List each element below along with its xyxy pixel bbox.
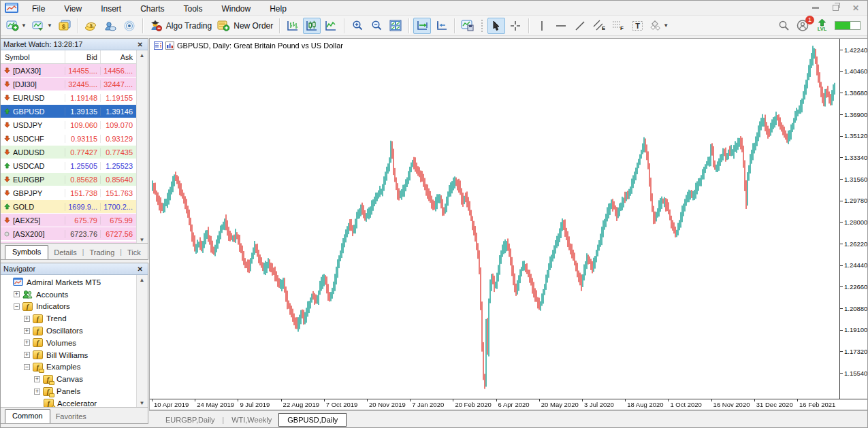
text-button[interactable]: T <box>628 18 646 34</box>
tree-item-examples[interactable]: −fExamples <box>1 361 136 374</box>
vertical-line-button[interactable] <box>533 18 551 34</box>
close-button[interactable]: ✕ <box>852 5 859 12</box>
line-chart-button[interactable] <box>322 18 340 34</box>
collapse-icon[interactable]: − <box>14 303 20 310</box>
column-ask[interactable]: Ask <box>100 50 135 63</box>
menu-item-help[interactable]: Help <box>260 3 296 15</box>
table-row-GOLD[interactable]: GOLD1699.9...1700.2... <box>1 200 136 214</box>
price-axis[interactable]: 1.422401.404601.386801.369001.351201.333… <box>839 39 868 399</box>
candlestick-button[interactable] <box>303 18 321 34</box>
tree-item-volumes[interactable]: +fVolumes <box>1 337 136 349</box>
tab-common[interactable]: Common <box>5 409 50 423</box>
table-row-EURGBP[interactable]: EURGBP0.856280.85640 <box>1 173 136 186</box>
tab-favorites[interactable]: Favorites <box>50 410 92 423</box>
table-row-USDJPY[interactable]: USDJPY109.060109.070 <box>1 118 136 132</box>
chart-tab-gbpusd-daily[interactable]: GBPUSD,Daily <box>278 413 347 427</box>
expand-icon[interactable]: + <box>24 328 30 334</box>
chart-shift-button[interactable] <box>432 18 450 34</box>
date-tick <box>496 399 497 401</box>
up-arrow-icon <box>1 203 13 210</box>
table-row-USDCHF[interactable]: USDCHF0.931150.93129 <box>1 132 136 146</box>
tree-item-indicators[interactable]: −fIndicators <box>1 301 136 313</box>
chart-tab-eurgbp-daily[interactable]: EURGBP,Daily <box>159 413 222 427</box>
menu-item-window[interactable]: Window <box>212 3 261 15</box>
zoom-in-button[interactable] <box>349 18 366 34</box>
fibonacci-button[interactable]: F <box>609 18 627 34</box>
tree-item-bill-williams[interactable]: +fBill Williams <box>1 349 136 361</box>
column-symbol[interactable]: Symbol <box>1 53 65 61</box>
algo-trading-button[interactable]: Algo Trading <box>147 18 214 34</box>
table-row-GBPUSD[interactable]: GBPUSD1.391351.39146 <box>1 105 136 118</box>
lvl-indicator[interactable]: LVL <box>816 19 828 32</box>
table-row-DAX30[interactable]: [DAX30]14455....14456.... <box>1 64 136 78</box>
community-button[interactable] <box>101 18 119 34</box>
tree-item-panels[interactable]: +fPanels <box>1 385 136 397</box>
collapse-icon[interactable]: − <box>24 364 30 370</box>
search-icon[interactable] <box>778 20 790 31</box>
tree-item-oscillators[interactable]: +fOscillators <box>1 325 136 337</box>
equidistant-channel-button[interactable]: E <box>590 18 608 34</box>
tree-item-admiral-markets-mt5[interactable]: Admiral Markets MT5 <box>1 276 136 289</box>
auto-scroll-button[interactable] <box>413 18 431 34</box>
close-icon[interactable]: ✕ <box>135 41 145 48</box>
zoom-out-button[interactable] <box>368 18 385 34</box>
expand-icon[interactable]: + <box>14 291 20 297</box>
profiles-button[interactable]: ▼ <box>30 18 54 34</box>
trendline-button[interactable] <box>571 18 589 34</box>
expand-icon[interactable]: + <box>24 352 30 358</box>
market-watch-column-headers[interactable]: Symbol Bid Ask <box>1 50 136 64</box>
tab-details[interactable]: Details <box>48 246 82 259</box>
expand-icon[interactable]: + <box>24 340 30 346</box>
scroll-up-icon[interactable]: ▲ <box>137 275 147 285</box>
deposit-button[interactable]: $ <box>82 18 100 34</box>
column-bid[interactable]: Bid <box>65 50 100 63</box>
menu-item-tools[interactable]: Tools <box>174 3 212 15</box>
table-row-ASX200[interactable]: [ASX200]6723.766727.56 <box>1 227 136 241</box>
expand-icon[interactable]: + <box>34 376 40 382</box>
svg-text:E: E <box>602 25 605 31</box>
tree-item-accounts[interactable]: +Accounts <box>1 289 136 301</box>
new-order-button[interactable]: New Order <box>215 18 275 34</box>
table-row-DJI30[interactable]: [DJI30]32445....32447.... <box>1 78 136 91</box>
toolbar-drag-handle[interactable] <box>481 19 483 33</box>
minimize-button[interactable] <box>812 7 819 9</box>
table-row-EURUSD[interactable]: EURUSD1.191481.19155 <box>1 91 136 105</box>
date-axis[interactable]: 10 Apr 201924 May 20199 Jul 201922 Aug 2… <box>150 399 868 410</box>
indicator-icon: f <box>43 375 53 384</box>
table-row-AUDUSD[interactable]: AUDUSD0.774270.77435 <box>1 146 136 159</box>
tile-windows-button[interactable] <box>387 18 404 34</box>
new-chart-button[interactable]: ▼ <box>4 18 29 34</box>
tree-item-canvas[interactable]: +fCanvas <box>1 373 136 385</box>
tab-trading[interactable]: Trading <box>84 246 120 259</box>
scroll-up-icon[interactable]: ▲ <box>137 50 147 61</box>
templates-button[interactable] <box>459 18 477 34</box>
close-icon[interactable]: ✕ <box>135 265 145 273</box>
bar-chart-button[interactable] <box>284 18 302 34</box>
market-watch-scrollbar[interactable]: ▲ ▼ <box>136 50 147 245</box>
menu-item-insert[interactable]: Insert <box>91 3 131 15</box>
signals-button[interactable] <box>120 18 138 34</box>
cursor-button[interactable] <box>487 18 505 34</box>
table-row-GBPJPY[interactable]: GBPJPY151.738151.763 <box>1 186 136 200</box>
expand-icon[interactable]: + <box>24 316 30 322</box>
menu-item-charts[interactable]: Charts <box>131 3 174 15</box>
restore-button[interactable] <box>833 5 839 11</box>
shapes-button[interactable]: ▼ <box>647 18 671 34</box>
market-watch-button[interactable]: $ <box>56 18 74 34</box>
tab-tick[interactable]: Tick <box>122 246 146 259</box>
horizontal-line-button[interactable] <box>552 18 570 34</box>
navigator-scrollbar[interactable]: ▲ ▼ <box>136 275 147 408</box>
tree-item-label: Examples <box>46 363 81 371</box>
expand-icon[interactable]: + <box>34 389 40 395</box>
menu-item-file[interactable]: File <box>22 3 54 15</box>
tab-symbols[interactable]: Symbols <box>5 245 48 259</box>
menu-item-view[interactable]: View <box>54 3 91 15</box>
table-row-USDCAD[interactable]: USDCAD1.255051.25523 <box>1 159 136 173</box>
chart-tab-wti-weekly[interactable]: WTI,Weekly <box>225 413 278 427</box>
table-row-AEX25[interactable]: [AEX25]675.79675.99 <box>1 214 136 227</box>
price-chart-canvas[interactable] <box>150 39 839 399</box>
tree-item-trend[interactable]: +fTrend <box>1 312 136 325</box>
ask-cell: 6727.56 <box>100 230 135 238</box>
notifications-button[interactable]: 1 <box>797 19 809 32</box>
crosshair-button[interactable] <box>507 18 524 34</box>
